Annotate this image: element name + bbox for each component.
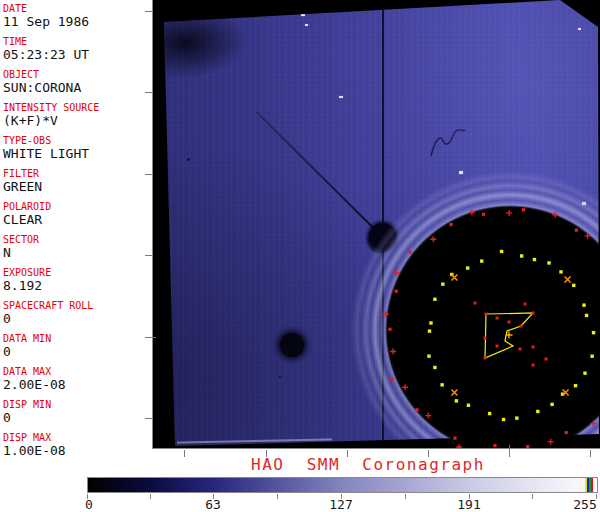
colorbar-tick-minor xyxy=(532,494,533,499)
field-disp-max: DISP MAX1.00E-08 xyxy=(3,432,66,458)
colorbar-tick-label: 255 xyxy=(573,497,596,512)
field-label: OBJECT xyxy=(3,69,81,80)
field-value: 11 Sep 1986 xyxy=(3,15,89,29)
field-label: EXPOSURE xyxy=(3,267,51,278)
metadata-sidebar: DATE11 Sep 1986 TIME05:23:23 UT OBJECTSU… xyxy=(0,0,152,455)
axis-tick xyxy=(145,255,152,256)
colorbar-tick-minor xyxy=(277,494,278,499)
axis-tick xyxy=(145,174,152,175)
axis-tick xyxy=(590,450,591,457)
colorbar-tick-minor xyxy=(150,494,151,499)
field-label: DISP MIN xyxy=(3,399,51,410)
field-date: DATE11 Sep 1986 xyxy=(3,3,89,29)
red-ring-dots xyxy=(383,208,600,448)
field-value: SUN:CORONA xyxy=(3,81,81,95)
field-polaroid: POLAROIDCLEAR xyxy=(3,201,51,227)
field-label: TYPE-OBS xyxy=(3,135,89,146)
field-value: 8.192 xyxy=(3,279,51,293)
field-label: INTENSITY SOURCE xyxy=(3,102,99,113)
field-filter: FILTERGREEN xyxy=(3,168,42,194)
field-exposure: EXPOSURE8.192 xyxy=(3,267,51,293)
field-disp-min: DISP MIN0 xyxy=(3,399,51,425)
field-label: DATA MIN xyxy=(3,333,51,344)
axis-tick xyxy=(145,418,152,419)
field-label: DATE xyxy=(3,3,89,14)
field-value: 2.00E-08 xyxy=(3,378,66,392)
field-value: WHITE LIGHT xyxy=(3,147,89,161)
field-label: POLAROID xyxy=(3,201,51,212)
coronagraph-image-display xyxy=(152,0,600,449)
axis-tick xyxy=(145,11,152,12)
field-value: 05:23:23 UT xyxy=(3,48,89,62)
field-sector: SECTORN xyxy=(3,234,39,260)
field-data-max: DATA MAX2.00E-08 xyxy=(3,366,66,392)
field-intensity-source: INTENSITY SOURCE(K+F)*V xyxy=(3,102,99,128)
field-data-min: DATA MIN0 xyxy=(3,333,51,359)
application-window: DATE11 Sep 1986 TIME05:23:23 UT OBJECTSU… xyxy=(0,0,600,512)
axis-tick xyxy=(184,450,185,457)
colorbar-tick-label: 191 xyxy=(457,497,480,512)
field-label: TIME xyxy=(3,36,89,47)
axis-tick-major xyxy=(509,445,510,457)
inner-red-dots xyxy=(474,302,548,367)
colorbar xyxy=(87,477,598,493)
field-value: 0 xyxy=(3,312,93,326)
field-label: SPACECRAFT ROLL xyxy=(3,300,93,311)
field-value: 1.00E-08 xyxy=(3,444,66,458)
field-type-obs: TYPE-OBSWHITE LIGHT xyxy=(3,135,89,161)
colorbar-tick-minor xyxy=(405,494,406,499)
field-value: CLEAR xyxy=(3,213,51,227)
field-value: N xyxy=(3,246,39,260)
field-label: FILTER xyxy=(3,168,42,179)
plot-title: HAO SMM Coronagraph xyxy=(251,455,485,474)
overlay-annotations xyxy=(153,0,600,448)
field-value: 0 xyxy=(3,411,51,425)
field-spacecraft-roll: SPACECRAFT ROLL0 xyxy=(3,300,93,326)
axis-tick xyxy=(145,92,152,93)
colorbar-tick-label: 63 xyxy=(205,497,221,512)
field-value: (K+F)*V xyxy=(3,114,99,128)
field-value: GREEN xyxy=(3,180,42,194)
field-time: TIME05:23:23 UT xyxy=(3,36,89,62)
colorbar-tick-label: 127 xyxy=(329,497,352,512)
field-label: DATA MAX xyxy=(3,366,66,377)
field-value: 0 xyxy=(3,345,51,359)
field-object: OBJECTSUN:CORONA xyxy=(3,69,81,95)
field-label: SECTOR xyxy=(3,234,39,245)
axis-tick-major xyxy=(145,337,156,338)
field-label: DISP MAX xyxy=(3,432,66,443)
colorbar-tick-label: 0 xyxy=(85,497,93,512)
colorbar-stripe-red xyxy=(591,478,593,492)
